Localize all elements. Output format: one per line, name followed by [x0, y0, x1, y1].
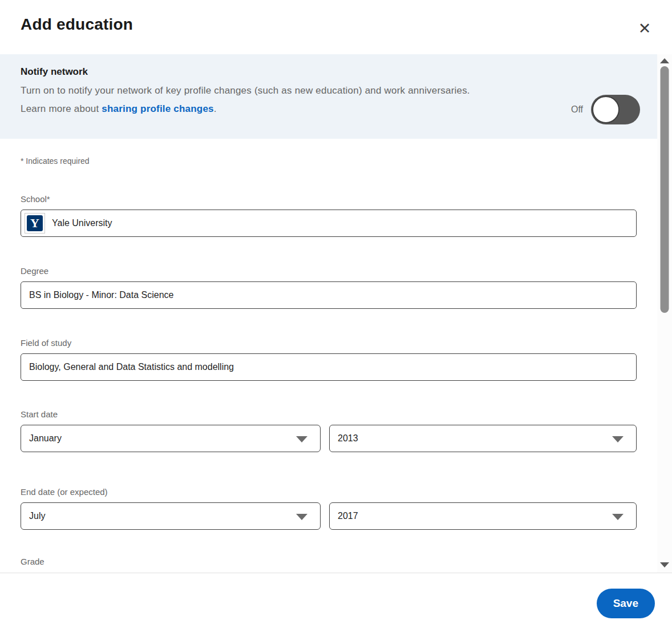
modal-header: Add education ✕	[0, 0, 672, 54]
toggle-state-label: Off	[571, 104, 583, 115]
notify-network-text: Notify network Turn on to notify your ne…	[21, 66, 571, 118]
notify-network-heading: Notify network	[21, 66, 571, 78]
notify-toggle-group: Off	[571, 95, 640, 124]
school-input[interactable]	[45, 210, 633, 236]
scrollbar[interactable]	[657, 54, 672, 573]
end-date-group: End date (or expected) July 2017	[21, 486, 637, 530]
grade-label: Grade	[21, 556, 637, 567]
chevron-down-icon	[296, 436, 307, 442]
grade-field-group: Grade	[21, 556, 637, 567]
scroll-down-icon[interactable]	[660, 562, 669, 567]
notify-description-text: Turn on to notify your network of key pr…	[21, 85, 470, 114]
end-date-label: End date (or expected)	[21, 486, 637, 497]
start-date-year-select[interactable]: 2013	[329, 425, 637, 452]
chevron-down-icon	[612, 436, 624, 442]
toggle-knob	[592, 96, 620, 123]
chevron-down-icon	[296, 514, 307, 520]
school-label: School*	[21, 194, 637, 204]
scroll-up-icon[interactable]	[660, 58, 669, 63]
start-date-year-value: 2013	[338, 433, 358, 444]
required-note: * Indicates required	[21, 156, 637, 166]
start-date-month-value: January	[29, 433, 62, 444]
end-date-month-value: July	[29, 511, 45, 521]
save-button[interactable]: Save	[597, 589, 655, 618]
field-of-study-input[interactable]	[21, 353, 637, 381]
end-date-year-value: 2017	[338, 511, 358, 521]
close-icon: ✕	[638, 19, 651, 37]
degree-label: Degree	[21, 265, 637, 276]
notify-network-banner: Notify network Turn on to notify your ne…	[0, 54, 657, 139]
degree-field-group: Degree	[21, 265, 637, 309]
chevron-down-icon	[612, 514, 624, 520]
notify-description-period: .	[214, 103, 217, 114]
field-of-study-group: Field of study	[21, 337, 637, 381]
notify-network-toggle[interactable]	[591, 95, 640, 124]
modal-body: Notify network Turn on to notify your ne…	[0, 54, 657, 573]
modal-footer: Save	[0, 573, 672, 628]
field-of-study-label: Field of study	[21, 337, 637, 348]
add-education-modal: Add education ✕ Notify network Turn on t…	[0, 0, 672, 628]
degree-input[interactable]	[21, 281, 637, 309]
yale-logo-letter: Y	[27, 215, 43, 231]
school-input-container: Y	[21, 210, 637, 237]
start-date-group: Start date January 2013	[21, 409, 637, 452]
school-field-group: School* Y	[21, 194, 637, 237]
start-date-label: Start date	[21, 409, 637, 420]
start-date-month-select[interactable]: January	[21, 425, 321, 452]
yale-logo-icon: Y	[25, 213, 45, 234]
notify-network-description: Turn on to notify your network of key pr…	[21, 82, 477, 118]
start-date-row: January 2013	[21, 425, 637, 452]
scrollbar-thumb[interactable]	[661, 66, 669, 313]
end-date-year-select[interactable]: 2017	[329, 502, 637, 530]
modal-title: Add education	[21, 15, 651, 34]
close-button[interactable]: ✕	[633, 17, 656, 40]
end-date-month-select[interactable]: July	[21, 502, 321, 530]
end-date-row: July 2017	[21, 502, 637, 530]
sharing-profile-changes-link[interactable]: sharing profile changes	[102, 103, 213, 114]
form-content: * Indicates required School* Y Degree Fi…	[0, 156, 657, 567]
